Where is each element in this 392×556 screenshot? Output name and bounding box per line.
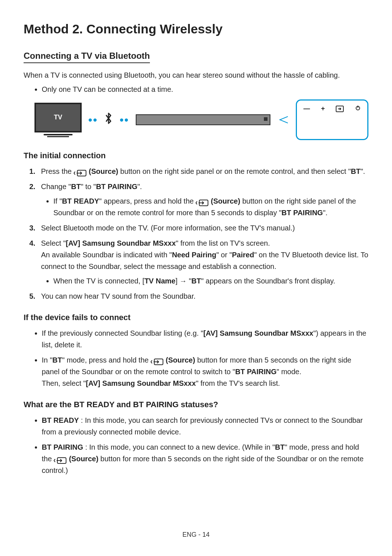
page-title: Method 2. Connecting Wirelessly [24, 22, 368, 36]
fail-bullet-2: In "BT" mode, press and hold the (Source… [42, 354, 368, 389]
connection-diagram: TV •• •• — + [34, 99, 368, 140]
heading-fails-to-connect: If the device fails to connect [24, 313, 368, 322]
step-5: You can now hear TV sound from the Sound… [37, 290, 368, 302]
signal-dots-right: •• [119, 113, 129, 127]
step-1: Press the (Source) button on the right s… [37, 165, 368, 177]
tv-label: TV [54, 114, 62, 121]
vol-down-icon: — [303, 105, 310, 113]
note-one-tv: Only one TV can be connected at a time. [42, 84, 368, 95]
signal-dots-left: •• [88, 113, 98, 127]
step-4: Select "[AV] Samsung Soundbar MSxxx" fro… [37, 237, 368, 287]
steps-list: Press the (Source) button on the right s… [24, 165, 368, 302]
power-icon [355, 105, 361, 113]
step-2-sub: If "BT READY" appears, press and hold th… [53, 195, 368, 218]
source-icon [196, 198, 209, 205]
arrow-icon [277, 114, 289, 125]
tv-graphic: TV [34, 103, 82, 137]
status-bt-ready: BT READY : In this mode, you can search … [42, 414, 368, 438]
source-icon [151, 357, 164, 364]
soundbar-graphic [136, 114, 270, 125]
heading-initial-connection: The initial connection [24, 151, 368, 160]
status-list: BT READY : In this mode, you can search … [24, 414, 368, 476]
remote-graphic: — + [296, 99, 368, 140]
bluetooth-icon [104, 112, 113, 127]
vol-up-icon: + [321, 105, 325, 113]
fail-bullet-1: If the previously connected Soundbar lis… [42, 327, 368, 351]
heading-bt-statuses: What are the BT READY and BT PAIRING sta… [24, 400, 368, 409]
section-heading: Connecting a TV via Bluetooth [24, 51, 150, 63]
source-icon [54, 456, 67, 463]
source-icon [336, 106, 344, 112]
step-4-sub: When the TV is connected, [TV Name] → "B… [53, 275, 368, 287]
status-bt-pairing: BT PAIRING : In this mode, you can conne… [42, 441, 368, 476]
intro-text: When a TV is connected using Bluetooth, … [24, 70, 368, 81]
step-2: Change "BT" to "BT PAIRING". If "BT READ… [37, 181, 368, 218]
fail-list: If the previously connected Soundbar lis… [24, 327, 368, 389]
source-icon [74, 168, 87, 176]
step-3: Select Bluetooth mode on the TV. (For mo… [37, 222, 368, 234]
page-footer: ENG - 14 [0, 531, 392, 539]
